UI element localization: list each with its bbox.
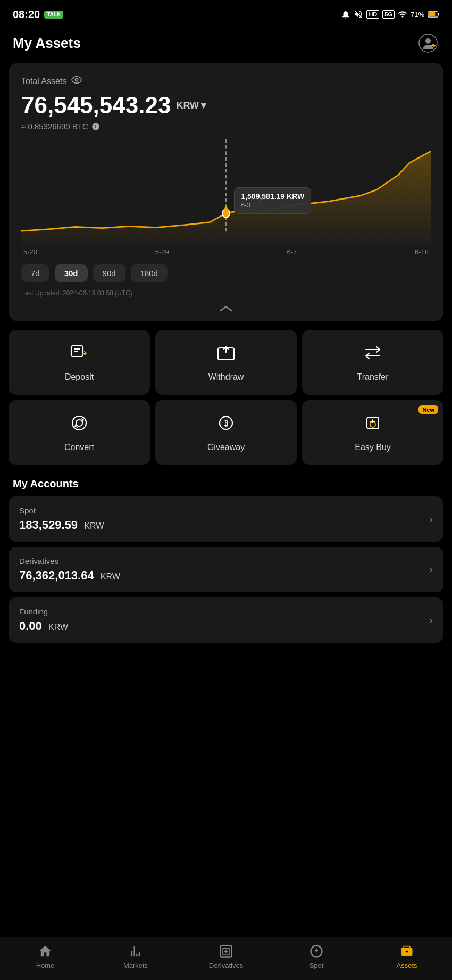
info-icon bbox=[91, 122, 100, 131]
svg-point-9 bbox=[222, 209, 230, 218]
nav-assets-label: Assets bbox=[396, 961, 417, 969]
svg-rect-20 bbox=[406, 951, 408, 953]
svg-text:₿: ₿ bbox=[224, 419, 228, 427]
nav-home-label: Home bbox=[36, 961, 55, 969]
convert-button[interactable]: Convert bbox=[9, 400, 150, 465]
period-30d[interactable]: 30d bbox=[55, 264, 88, 282]
status-bar: 08:20 TALK HD 5G 71% bbox=[0, 0, 452, 27]
page-title: My Assets bbox=[13, 35, 81, 52]
5g-badge: 5G bbox=[382, 10, 395, 19]
svg-point-7 bbox=[76, 78, 78, 81]
withdraw-label: Withdraw bbox=[208, 372, 244, 382]
new-badge: New bbox=[418, 405, 438, 414]
nav-home[interactable]: Home bbox=[24, 944, 66, 969]
svg-point-4 bbox=[425, 38, 431, 44]
bottom-nav: Home Markets Derivatives Spot Assets bbox=[0, 937, 452, 980]
nav-derivatives[interactable]: Derivatives bbox=[205, 944, 247, 969]
nav-markets[interactable]: Markets bbox=[114, 944, 157, 969]
derivatives-account-name: Derivatives bbox=[19, 557, 120, 566]
funding-account[interactable]: Funding 0.00 KRW › bbox=[9, 597, 443, 643]
actions-grid: Deposit Withdraw Transfer bbox=[9, 330, 443, 465]
deposit-icon bbox=[69, 343, 89, 367]
funding-account-name: Funding bbox=[19, 607, 68, 616]
giveaway-label: Giveaway bbox=[207, 443, 245, 452]
markets-icon bbox=[128, 944, 143, 959]
withdraw-icon bbox=[216, 343, 236, 367]
svg-point-13 bbox=[72, 416, 86, 430]
collapse-arrow[interactable] bbox=[21, 304, 431, 313]
hd-badge: HD bbox=[366, 10, 379, 19]
nav-markets-label: Markets bbox=[123, 961, 148, 969]
status-icons: HD 5G 71% bbox=[341, 10, 439, 19]
header: My Assets bbox=[0, 27, 452, 63]
nav-derivatives-label: Derivatives bbox=[209, 961, 243, 969]
nav-assets[interactable]: Assets bbox=[386, 944, 428, 969]
svg-rect-1 bbox=[438, 13, 439, 15]
easybuy-label: Easy Buy bbox=[355, 443, 391, 452]
chart-tooltip: 1,509,581.19 KRW 6-3 bbox=[234, 187, 311, 214]
mute-icon bbox=[354, 10, 363, 19]
giveaway-icon: ₿ bbox=[216, 413, 236, 437]
signal-icon bbox=[398, 10, 407, 19]
asset-card: Total Assets 76,545,543.23 KRW ▾ ≈ 0.853… bbox=[9, 63, 443, 321]
status-left: 08:20 TALK bbox=[13, 9, 63, 21]
profile-transfer-icon bbox=[418, 34, 438, 53]
home-icon bbox=[38, 944, 53, 959]
funding-account-value: 0.00 KRW bbox=[19, 619, 68, 633]
battery-icon bbox=[428, 11, 439, 18]
visibility-icon[interactable] bbox=[71, 76, 82, 87]
battery-text: 71% bbox=[411, 11, 424, 19]
transfer-icon bbox=[363, 343, 383, 367]
profile-icon-btn[interactable] bbox=[417, 32, 439, 54]
total-assets-label: Total Assets bbox=[21, 76, 431, 87]
chart-svg bbox=[21, 139, 431, 246]
period-180d[interactable]: 180d bbox=[131, 264, 168, 282]
last-updated: Last Updated: 2024-06-19 03:58 (UTC) bbox=[21, 289, 431, 297]
transfer-button[interactable]: Transfer bbox=[302, 330, 443, 395]
svg-point-6 bbox=[72, 77, 81, 83]
derivatives-account[interactable]: Derivatives 76,362,013.64 KRW › bbox=[9, 547, 443, 592]
withdraw-button[interactable]: Withdraw bbox=[155, 330, 297, 395]
my-accounts-title: My Accounts bbox=[0, 465, 452, 496]
nav-spot[interactable]: Spot bbox=[295, 944, 338, 969]
derivatives-account-value: 76,362,013.64 KRW bbox=[19, 569, 120, 583]
period-buttons: 7d 30d 90d 180d bbox=[21, 264, 431, 282]
btc-value: ≈ 0.85326690 BTC bbox=[21, 122, 431, 131]
tooltip-amount: 1,509,581.19 KRW bbox=[241, 192, 304, 201]
period-90d[interactable]: 90d bbox=[93, 264, 125, 282]
giveaway-button[interactable]: ₿ Giveaway bbox=[155, 400, 297, 465]
easybuy-button[interactable]: New Easy Buy bbox=[302, 400, 443, 465]
easybuy-icon bbox=[363, 413, 383, 437]
status-time: 08:20 bbox=[13, 9, 40, 21]
svg-marker-10 bbox=[223, 205, 229, 210]
spot-account-value: 183,529.59 KRW bbox=[19, 518, 104, 532]
derivatives-arrow-icon: › bbox=[429, 563, 433, 576]
spot-arrow-icon: › bbox=[429, 513, 433, 525]
svg-rect-2 bbox=[429, 12, 436, 16]
tooltip-date: 6-3 bbox=[241, 202, 304, 209]
spot-account-name: Spot bbox=[19, 506, 104, 515]
currency-badge[interactable]: KRW ▾ bbox=[176, 99, 206, 111]
asset-amount: 76,545,543.23 KRW ▾ bbox=[21, 92, 431, 119]
convert-icon bbox=[69, 413, 89, 437]
spot-icon bbox=[309, 944, 324, 959]
chart-container: 1,509,581.19 KRW 6-3 bbox=[21, 139, 431, 246]
funding-arrow-icon: › bbox=[429, 614, 433, 626]
convert-label: Convert bbox=[64, 443, 94, 452]
derivatives-icon bbox=[219, 944, 233, 959]
alarm-icon bbox=[341, 10, 350, 19]
nav-spot-label: Spot bbox=[309, 961, 324, 969]
deposit-button[interactable]: Deposit bbox=[9, 330, 150, 395]
chart-x-labels: 5-20 5-29 6-7 6-18 bbox=[21, 246, 431, 256]
spot-account[interactable]: Spot 183,529.59 KRW › bbox=[9, 496, 443, 542]
assets-icon bbox=[399, 944, 414, 959]
transfer-label: Transfer bbox=[357, 372, 389, 382]
period-7d[interactable]: 7d bbox=[21, 264, 49, 282]
deposit-label: Deposit bbox=[65, 372, 94, 382]
talk-badge: TALK bbox=[44, 11, 63, 19]
